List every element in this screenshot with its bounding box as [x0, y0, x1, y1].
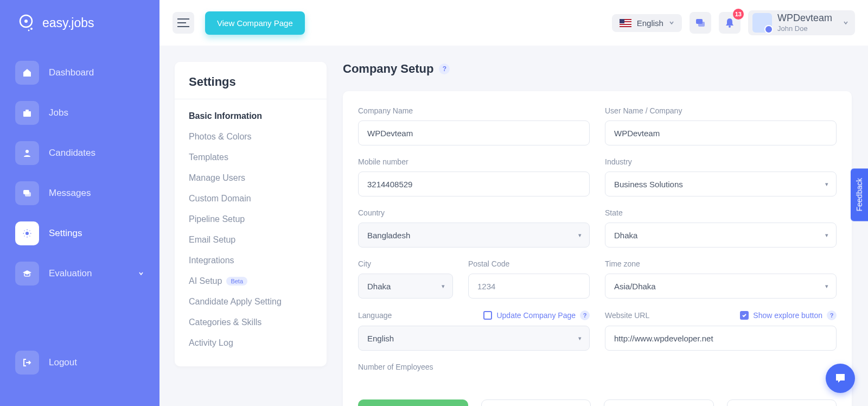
employee-option-100plus[interactable]: 100+ Employees: [727, 399, 837, 406]
chevron-down-icon: ▾: [578, 335, 582, 342]
graduation-icon: [15, 262, 39, 286]
state-select[interactable]: Dhaka▾: [605, 223, 837, 248]
language-label: English: [637, 18, 663, 28]
timezone-select[interactable]: Asia/Dhaka▾: [605, 274, 837, 299]
page-title: Company Setup: [343, 62, 433, 76]
nav-label: Jobs: [49, 107, 68, 118]
avatar-icon: [752, 13, 772, 33]
city-select[interactable]: Dhaka▾: [358, 274, 453, 299]
settings-item-categories-skills[interactable]: Categories & Skills: [175, 312, 327, 333]
svg-rect-8: [25, 192, 31, 196]
employee-option-1-30[interactable]: 1-30 Employees: [358, 399, 468, 406]
settings-item-templates[interactable]: Templates: [175, 147, 327, 168]
chevron-down-icon: ▾: [825, 181, 828, 188]
checkbox-icon: [483, 311, 492, 320]
label-website: Website URL: [605, 311, 649, 320]
chevron-down-icon: ▾: [442, 283, 445, 290]
label-company-name: Company Name: [358, 106, 590, 115]
flag-us-icon: [620, 19, 631, 27]
nav-evaluation[interactable]: Evaluation: [0, 255, 159, 292]
help-icon[interactable]: ?: [580, 310, 590, 320]
settings-item-ai-setup[interactable]: AI SetupBeta: [175, 271, 327, 291]
label-language: Language: [358, 311, 392, 320]
chevron-down-icon: [841, 18, 851, 28]
label-num-employees: Number of Employees: [358, 363, 837, 371]
user-menu[interactable]: WPDevteam John Doe: [748, 10, 855, 35]
logo-icon: [15, 12, 37, 34]
bell-icon: [725, 17, 735, 28]
menu-toggle[interactable]: [173, 12, 194, 34]
label-mobile: Mobile number: [358, 157, 590, 166]
briefcase-icon: [15, 101, 39, 125]
nav-logout[interactable]: Logout: [0, 344, 159, 381]
topbar: View Company Page English 13 WPDevteam J…: [159, 0, 868, 46]
label-timezone: Time zone: [605, 259, 837, 268]
user-company-input[interactable]: [605, 120, 837, 145]
nav-label: Messages: [49, 188, 91, 199]
svg-point-9: [25, 232, 29, 235]
checkbox-checked-icon: [740, 311, 749, 320]
label-state: State: [605, 208, 837, 217]
settings-item-custom-domain[interactable]: Custom Domain: [175, 188, 327, 209]
label-city: City: [358, 259, 453, 268]
chevron-down-icon: [138, 270, 144, 277]
hamburger-icon: [177, 18, 189, 27]
svg-point-1: [24, 20, 28, 23]
chat-button[interactable]: [826, 364, 855, 393]
company-name-input[interactable]: [358, 120, 590, 145]
svg-point-3: [28, 30, 30, 31]
mobile-input[interactable]: [358, 172, 590, 196]
help-icon[interactable]: ?: [827, 310, 837, 320]
settings-item-activity-log[interactable]: Activity Log: [175, 333, 327, 353]
settings-item-candidate-apply[interactable]: Candidate Apply Setting: [175, 291, 327, 312]
language-select[interactable]: English: [612, 14, 682, 32]
employee-option-61-90[interactable]: 61-90 Employees: [604, 399, 714, 406]
label-postal: Postal Code: [468, 259, 590, 268]
notifications-button[interactable]: 13: [719, 12, 741, 34]
messages-button[interactable]: [690, 12, 711, 34]
nav-jobs[interactable]: Jobs: [0, 94, 159, 131]
svg-point-6: [25, 150, 29, 153]
logout-icon: [15, 351, 39, 375]
nav-label: Candidates: [49, 148, 95, 158]
user-name: John Doe: [777, 24, 832, 33]
employee-option-31-60[interactable]: 31-60 Employees: [481, 399, 591, 406]
content: Company Setup ? Company Name User Name /…: [327, 46, 868, 406]
nav-dashboard[interactable]: Dashboard: [0, 54, 159, 91]
home-icon: [15, 61, 39, 85]
update-company-page-checkbox[interactable]: Update Company Page ?: [483, 310, 590, 320]
notification-badge: 13: [733, 9, 744, 20]
settings-item-photos-colors[interactable]: Photos & Colors: [175, 126, 327, 147]
messages-icon: [695, 17, 706, 28]
show-explore-checkbox[interactable]: Show explore button ?: [740, 310, 837, 320]
settings-item-email-setup[interactable]: Email Setup: [175, 230, 327, 250]
settings-item-pipeline-setup[interactable]: Pipeline Setup: [175, 209, 327, 230]
chevron-down-icon: ▾: [825, 283, 828, 290]
nav-label: Dashboard: [49, 67, 94, 78]
label-industry: Industry: [605, 157, 837, 166]
country-select[interactable]: Bangladesh▾: [358, 223, 590, 248]
svg-rect-4: [23, 111, 31, 117]
svg-point-2: [30, 28, 33, 30]
settings-item-manage-users[interactable]: Manage Users: [175, 168, 327, 188]
chevron-down-icon: ▾: [825, 232, 828, 239]
gear-icon: [15, 221, 39, 245]
language-select[interactable]: English▾: [358, 326, 590, 351]
settings-item-basic-information[interactable]: Basic Information: [175, 106, 327, 126]
main: Settings Basic Information Photos & Colo…: [159, 46, 868, 406]
label-user-company: User Name / Company: [605, 106, 837, 115]
messages-icon: [15, 181, 39, 205]
nav-candidates[interactable]: Candidates: [0, 135, 159, 172]
postal-input[interactable]: [468, 274, 590, 299]
industry-select[interactable]: Business Solutions▾: [605, 172, 837, 196]
settings-item-integrations[interactable]: Integrations: [175, 250, 327, 271]
help-icon[interactable]: ?: [439, 64, 450, 74]
logo[interactable]: easy.jobs: [0, 12, 159, 47]
beta-badge: Beta: [226, 277, 247, 286]
view-company-button[interactable]: View Company Page: [205, 11, 305, 35]
nav-messages[interactable]: Messages: [0, 175, 159, 212]
website-input[interactable]: [605, 326, 837, 351]
feedback-tab[interactable]: Feedback: [851, 168, 868, 221]
nav-settings[interactable]: Settings: [0, 215, 159, 252]
nav-label: Evaluation: [49, 268, 92, 279]
